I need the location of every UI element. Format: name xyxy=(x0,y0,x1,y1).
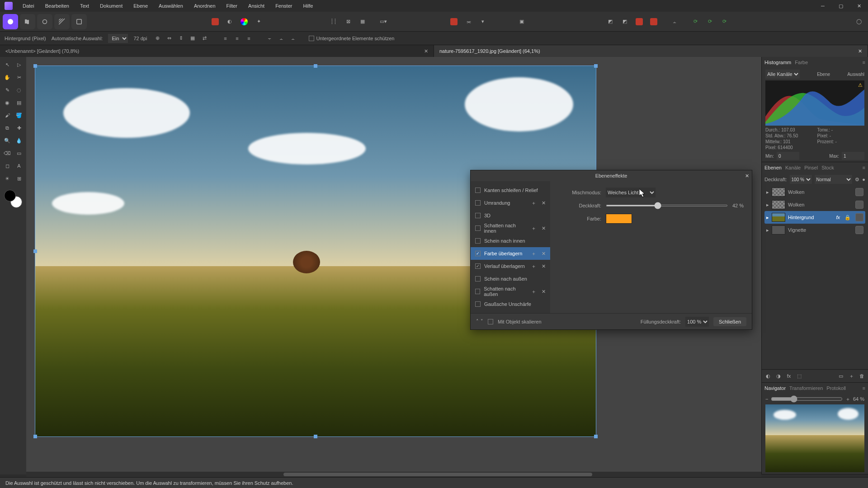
fx-opacity-slider[interactable] xyxy=(606,205,728,206)
document-tab-0[interactable]: <Unbenannt> [Geändert] (70,8%) ✕ xyxy=(0,45,434,57)
fx-remove-icon[interactable]: ✕ xyxy=(542,289,546,295)
visibility-toggle[interactable] xyxy=(855,188,863,196)
clone-tool[interactable]: ⧉ xyxy=(2,122,13,134)
valign-top-icon[interactable]: ⫟ xyxy=(264,33,274,43)
layer-row[interactable]: ▸Hintergrundfx🔒 xyxy=(764,211,865,224)
order-front2-icon[interactable] xyxy=(647,15,660,28)
fx-icon[interactable]: fx xyxy=(784,371,793,380)
fx-item[interactable]: ✓Farbe überlagern＋✕ xyxy=(471,247,550,260)
document-tab-1[interactable]: nature-7595617_1920.jpg [Geändert] (64,1… xyxy=(434,45,868,57)
dodge-tool[interactable]: ☀ xyxy=(2,173,13,184)
menu-bearbeiten[interactable]: Bearbeiten xyxy=(40,1,75,10)
fx-color-swatch[interactable] xyxy=(606,214,632,224)
lasso-tool[interactable]: ◌ xyxy=(14,84,24,96)
fx-remove-icon[interactable]: ✕ xyxy=(542,251,546,257)
align-center-icon[interactable]: ≡ xyxy=(232,33,242,43)
layer-dot-icon[interactable]: ● xyxy=(862,177,865,182)
fx-add-icon[interactable]: ＋ xyxy=(531,225,536,232)
fx-remove-icon[interactable]: ✕ xyxy=(542,200,546,206)
window-close[interactable]: ✕ xyxy=(850,0,868,12)
crop-tool[interactable]: ✂ xyxy=(14,71,24,83)
account-icon[interactable]: ◯ xyxy=(853,15,865,28)
gradient-tool[interactable]: ▭ xyxy=(14,147,24,159)
wand-icon[interactable]: ✦ xyxy=(252,15,265,28)
expand-up-icon[interactable]: ˄ xyxy=(476,319,479,324)
doc-preset-icon[interactable]: ▭▾ xyxy=(377,15,390,28)
persona-develop[interactable] xyxy=(37,14,52,29)
select-brush-tool[interactable]: ◉ xyxy=(2,97,13,108)
ctx-hsize-icon[interactable]: ⇔ xyxy=(164,33,174,43)
scale-checkbox[interactable] xyxy=(488,319,493,324)
menu-filter[interactable]: Filter xyxy=(221,1,243,10)
fx-item[interactable]: Schatten nach außen＋✕ xyxy=(471,285,550,298)
fx-checkbox[interactable] xyxy=(475,301,481,307)
ctx-grid-icon[interactable]: ▦ xyxy=(188,33,198,43)
sync-green3-icon[interactable]: ⟳ xyxy=(718,15,731,28)
fx-add-icon[interactable]: ＋ xyxy=(531,263,536,270)
eraser-tool[interactable]: ⌫ xyxy=(2,147,13,159)
tab-close-icon[interactable]: ✕ xyxy=(424,48,428,54)
link-dropdown[interactable]: ▾ xyxy=(476,15,489,28)
fx-add-icon[interactable]: ＋ xyxy=(531,250,536,257)
fill-tool[interactable]: 🪣 xyxy=(14,109,24,121)
expand-icon[interactable]: ▸ xyxy=(766,202,769,208)
expand-icon[interactable]: ▸ xyxy=(766,215,769,221)
layer-fx-badge[interactable]: fx xyxy=(836,215,840,220)
window-minimize[interactable]: ─ xyxy=(814,0,832,12)
fx-checkbox[interactable] xyxy=(475,225,481,231)
persona-tone[interactable] xyxy=(54,14,70,29)
zoom-in-icon[interactable]: ＋ xyxy=(845,396,850,403)
layer-row[interactable]: ▸Wolken xyxy=(764,198,865,211)
context-mode-select[interactable]: Ein xyxy=(108,34,128,43)
foreground-color-swatch[interactable] xyxy=(4,190,16,202)
sync-green-icon[interactable]: ⟳ xyxy=(689,15,702,28)
crop-icon[interactable] xyxy=(448,15,460,28)
fill-opacity-select[interactable]: 100 % xyxy=(685,317,709,327)
layer-blend-select[interactable]: Normal xyxy=(815,175,853,184)
fx-checkbox[interactable] xyxy=(475,213,481,218)
fx-item[interactable]: Schatten nach innen＋✕ xyxy=(471,222,550,235)
fx-checkbox[interactable] xyxy=(475,276,481,282)
grid-solid-icon[interactable]: ▦ xyxy=(356,15,369,28)
fx-item[interactable]: Schein nach innen xyxy=(471,235,550,247)
horizontal-scrollbar[interactable] xyxy=(26,472,761,477)
ctx-lock-icon[interactable]: ⇄ xyxy=(199,33,209,43)
pen-tool[interactable]: ✎ xyxy=(2,84,13,96)
hist-min-input[interactable] xyxy=(777,152,799,160)
visibility-toggle[interactable] xyxy=(855,226,863,234)
tab-histogram[interactable]: Histogramm xyxy=(764,60,791,65)
order-front-icon[interactable] xyxy=(633,15,646,28)
fx-item[interactable]: Schein nach außen xyxy=(471,272,550,285)
hist-auswahl-label[interactable]: Auswahl xyxy=(847,72,864,77)
fx-checkbox[interactable] xyxy=(475,289,480,294)
fx-remove-icon[interactable]: ✕ xyxy=(542,225,546,231)
menu-hilfe[interactable]: Hilfe xyxy=(297,1,318,10)
fx-checkbox[interactable] xyxy=(475,188,481,193)
fx-checkbox[interactable] xyxy=(475,200,481,206)
persona-photo[interactable] xyxy=(3,14,18,29)
menu-ansicht[interactable]: Ansicht xyxy=(243,1,270,10)
window-maximize[interactable]: ▢ xyxy=(832,0,850,12)
order-back2-icon[interactable]: ◩ xyxy=(618,15,631,28)
menu-fenster[interactable]: Fenster xyxy=(270,1,297,10)
zoom-tool[interactable]: 🔍 xyxy=(2,135,13,146)
link-icon[interactable]: ⫘ xyxy=(462,15,475,28)
persona-export[interactable] xyxy=(71,14,87,29)
dialog-titlebar[interactable]: Ebeneneffekte ✕ xyxy=(471,170,752,181)
move-tool[interactable]: ↖ xyxy=(2,59,13,70)
align-icon[interactable]: ⫠ xyxy=(668,15,681,28)
shape-tool[interactable]: ◻ xyxy=(2,160,13,172)
align-right-icon[interactable]: ≡ xyxy=(244,33,254,43)
align-left-icon[interactable]: ≡ xyxy=(220,33,230,43)
brush-tool[interactable]: 🖌 xyxy=(2,109,13,121)
fx-checkbox[interactable]: ✓ xyxy=(475,263,481,269)
tab-close-icon[interactable]: ✕ xyxy=(858,48,862,54)
hist-ebene-label[interactable]: Ebene xyxy=(817,72,830,77)
fx-item[interactable]: Gaußsche Unschärfe xyxy=(471,298,550,310)
tab-protokoll[interactable]: Protokoll xyxy=(826,385,846,391)
node-tool[interactable]: ▷ xyxy=(14,59,24,70)
tab-transform[interactable]: Transformieren xyxy=(789,385,823,391)
mask-icon[interactable]: ◐ xyxy=(764,371,773,380)
close-button[interactable]: Schließen xyxy=(713,317,746,326)
tab-stock[interactable]: Stock xyxy=(821,165,834,170)
